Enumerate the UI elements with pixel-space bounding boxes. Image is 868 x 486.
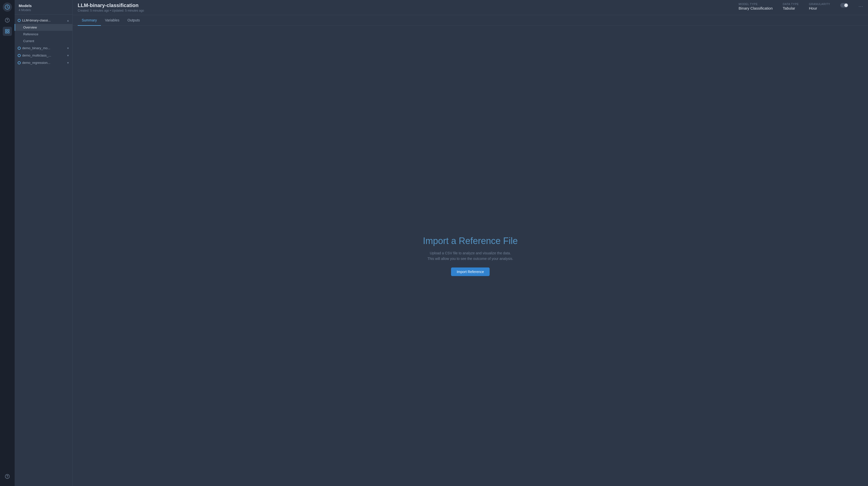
- top-bar-right: Model type Binary Classification Data ty…: [739, 2, 863, 10]
- nav-model-dot-3: [18, 54, 21, 57]
- nav-sub-items-llm: Overview Reference Current: [14, 24, 72, 44]
- app-logo[interactable]: [3, 2, 12, 11]
- tab-variables[interactable]: Variables: [101, 15, 123, 26]
- help-bottom-icon[interactable]: [3, 472, 12, 481]
- import-reference-button[interactable]: Import Reference: [451, 268, 489, 276]
- content-area: Import a Reference File Upload a CSV fil…: [73, 26, 868, 486]
- svg-rect-4: [8, 30, 9, 31]
- nav-model-multiclass[interactable]: demo_multiclass_... ▼: [14, 52, 72, 59]
- nav-model-dot-2: [18, 47, 21, 50]
- model-meta: Created: 5 minutes ago • Updated: 5 minu…: [78, 9, 144, 12]
- nav-model-label-llm: LLM-binary-classi...: [22, 19, 65, 22]
- svg-rect-6: [5, 32, 7, 33]
- nav-model-label-multiclass: demo_multiclass_...: [22, 54, 65, 57]
- data-type-group: Data type Tabular: [783, 2, 799, 10]
- more-options-button[interactable]: ⋯: [859, 2, 863, 9]
- svg-rect-3: [5, 30, 7, 31]
- import-desc-line1: Upload a CSV file to analyze and visuali…: [430, 251, 511, 255]
- chevron-up-icon: ▲: [67, 19, 69, 22]
- nav-model-label-regression: demo_regression...: [22, 61, 65, 65]
- help-icon[interactable]: [3, 16, 12, 25]
- sidebar-item-overview[interactable]: Overview: [14, 24, 72, 31]
- nav-model-label-demo-binary: demo_binary_mo...: [22, 46, 65, 50]
- main-content: LLM-binary-classification Created: 5 min…: [73, 0, 868, 486]
- nav-model-dot-4: [18, 61, 21, 64]
- top-bar-left: LLM-binary-classification Created: 5 min…: [78, 2, 144, 12]
- chevron-down-icon-3: ▼: [67, 61, 69, 64]
- granularity-value: Hour: [809, 6, 830, 10]
- nav-sidebar: Models 4 Models LLM-binary-classi... ▲ O…: [14, 0, 73, 486]
- model-type-label: Model type: [739, 2, 773, 5]
- sidebar-header: Models 4 Models: [14, 0, 72, 14]
- dark-mode-toggle[interactable]: [840, 3, 848, 7]
- granularity-group: Granularity Hour: [809, 2, 830, 10]
- tab-outputs[interactable]: Outputs: [123, 15, 144, 26]
- nav-sidebar-list: LLM-binary-classi... ▲ Overview Referenc…: [14, 14, 72, 486]
- tab-summary[interactable]: Summary: [78, 15, 101, 26]
- top-bar: LLM-binary-classification Created: 5 min…: [73, 0, 868, 15]
- models-icon[interactable]: [3, 27, 12, 36]
- granularity-label: Granularity: [809, 2, 830, 5]
- chevron-down-icon-2: ▼: [67, 54, 69, 57]
- sidebar-title: Models: [19, 3, 68, 8]
- import-description: Upload a CSV file to analyze and visuali…: [423, 250, 518, 262]
- sidebar-subtitle: 4 Models: [19, 8, 68, 12]
- icon-sidebar: [0, 0, 14, 486]
- model-type-group: Model type Binary Classification: [739, 2, 773, 10]
- nav-model-regression[interactable]: demo_regression... ▼: [14, 59, 72, 66]
- data-type-value: Tabular: [783, 6, 799, 10]
- sidebar-item-reference[interactable]: Reference: [14, 31, 72, 38]
- nav-model-demo-binary[interactable]: demo_binary_mo... ▼: [14, 44, 72, 52]
- dark-mode-knob: [844, 3, 848, 7]
- nav-model-llm-binary[interactable]: LLM-binary-classi... ▲: [14, 17, 72, 24]
- data-type-label: Data type: [783, 2, 799, 5]
- nav-model-dot: [18, 19, 21, 22]
- tabs-bar: Summary Variables Outputs: [73, 15, 868, 26]
- sidebar-item-current[interactable]: Current: [14, 38, 72, 44]
- import-title: Import a Reference File: [423, 236, 518, 246]
- model-type-value: Binary Classification: [739, 6, 773, 10]
- chevron-down-icon-1: ▼: [67, 47, 69, 50]
- dark-mode-toggle-area[interactable]: [840, 2, 848, 7]
- import-container: Import a Reference File Upload a CSV fil…: [423, 236, 518, 276]
- model-title: LLM-binary-classification: [78, 2, 144, 8]
- svg-rect-5: [8, 32, 9, 33]
- import-desc-line2: This will allow you to see the outcome o…: [427, 256, 513, 261]
